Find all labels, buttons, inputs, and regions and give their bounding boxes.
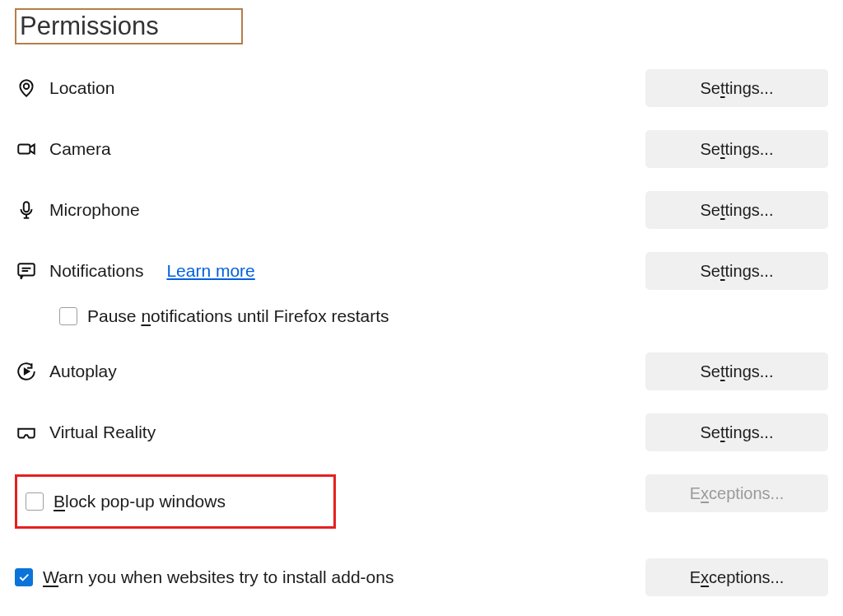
pause-notifications-checkbox[interactable]: [59, 307, 77, 325]
location-pin-icon: [15, 77, 38, 100]
permission-row-camera: Camera Settings...: [15, 130, 828, 168]
microphone-label: Microphone: [49, 200, 140, 220]
camera-label: Camera: [49, 139, 111, 159]
block-popups-highlight: Block pop-up windows: [15, 474, 336, 529]
svg-point-0: [24, 84, 30, 90]
block-popups-exceptions-button[interactable]: Exceptions...: [645, 474, 828, 512]
pause-notifications-label: Pause notifications until Firefox restar…: [87, 306, 389, 326]
autoplay-settings-button[interactable]: Settings...: [645, 352, 828, 390]
vr-headset-icon: [15, 421, 38, 444]
notifications-label: Notifications: [49, 261, 143, 281]
svg-rect-1: [18, 145, 30, 154]
autoplay-icon: [15, 360, 38, 383]
permission-row-notifications: Notifications Learn more Settings...: [15, 252, 828, 290]
permission-row-microphone: Microphone Settings...: [15, 191, 828, 229]
location-label: Location: [49, 78, 114, 98]
permission-row-location: Location Settings...: [15, 69, 828, 107]
notifications-learn-more-link[interactable]: Learn more: [166, 261, 254, 281]
notifications-settings-button[interactable]: Settings...: [645, 252, 828, 290]
location-settings-button[interactable]: Settings...: [645, 69, 828, 107]
warn-addons-exceptions-button[interactable]: Exceptions...: [645, 558, 828, 596]
microphone-icon: [15, 198, 38, 222]
vr-label: Virtual Reality: [49, 422, 156, 442]
svg-rect-3: [18, 264, 35, 275]
warn-addons-label: Warn you when websites try to install ad…: [43, 567, 394, 587]
autoplay-label: Autoplay: [49, 362, 117, 381]
camera-settings-button[interactable]: Settings...: [645, 130, 828, 168]
block-popups-checkbox[interactable]: [26, 492, 44, 511]
warn-addons-checkbox[interactable]: [15, 568, 33, 586]
svg-rect-2: [24, 202, 30, 212]
permission-row-vr: Virtual Reality Settings...: [15, 413, 828, 451]
block-popups-label: Block pop-up windows: [54, 492, 226, 511]
vr-settings-button[interactable]: Settings...: [645, 413, 828, 451]
permission-row-autoplay: Autoplay Settings...: [15, 352, 828, 390]
camera-icon: [15, 138, 38, 161]
section-title: Permissions: [15, 8, 243, 44]
speech-bubble-icon: [15, 259, 38, 282]
microphone-settings-button[interactable]: Settings...: [645, 191, 828, 229]
pause-notifications-row: Pause notifications until Firefox restar…: [59, 306, 828, 326]
warn-addons-row: Warn you when websites try to install ad…: [15, 558, 828, 596]
